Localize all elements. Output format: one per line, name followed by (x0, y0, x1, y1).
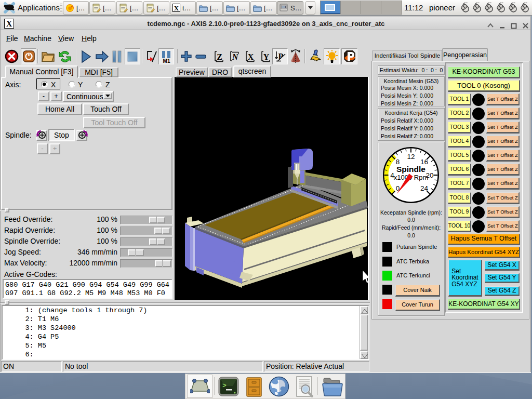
svg-text:12: 12 (407, 153, 415, 161)
svg-text:Y: Y (263, 52, 270, 61)
svg-text:M1: M1 (163, 58, 170, 63)
svg-text:24: 24 (420, 184, 429, 192)
svg-text:Z: Z (217, 52, 222, 61)
svg-text:X: X (248, 52, 254, 61)
svg-text:Spindle: Spindle (396, 165, 425, 174)
svg-text:>: > (222, 382, 227, 390)
svg-text:X: X (174, 4, 179, 12)
svg-text:N: N (232, 52, 239, 61)
